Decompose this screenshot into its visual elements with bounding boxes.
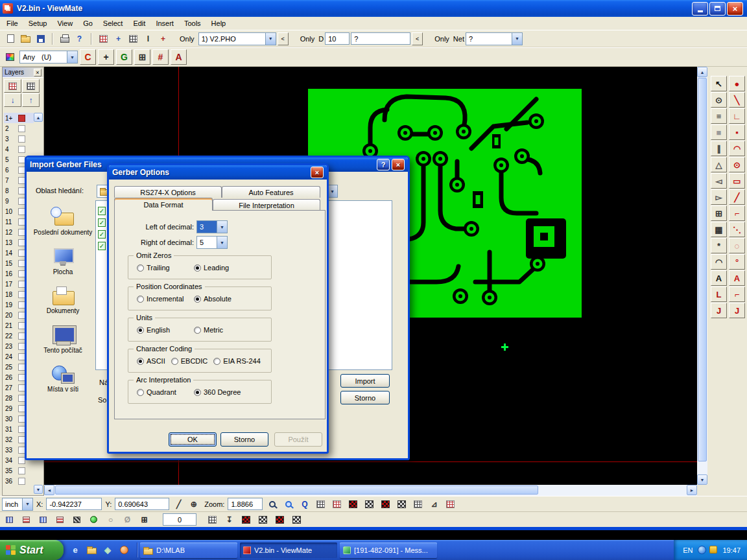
select-item-icon[interactable]: +	[111, 32, 126, 46]
prev-layer-button[interactable]: <	[278, 32, 289, 45]
import-button[interactable]: Import	[340, 374, 390, 388]
select-net-tool-icon[interactable]: ⊙	[711, 92, 727, 108]
zoom-window-icon[interactable]	[281, 497, 296, 511]
pad2-icon[interactable]	[255, 513, 270, 527]
pattern-red-icon[interactable]	[19, 513, 34, 527]
close-icon[interactable]: ×	[34, 69, 42, 76]
radio-leading[interactable]: Leading	[194, 264, 229, 272]
tab-rs274x-options[interactable]: RS274-X Options	[114, 186, 222, 198]
mirror-tool-icon[interactable]: △	[711, 157, 727, 172]
draw-rect-icon[interactable]: ▭	[729, 173, 745, 189]
radio-360-degree[interactable]: 360 Degree	[194, 388, 241, 396]
layer-down-icon[interactable]: ↓	[4, 93, 21, 107]
language-indicator[interactable]: EN	[683, 546, 693, 554]
restore-button[interactable]	[709, 2, 726, 16]
apply-button[interactable]: Použít	[274, 432, 322, 447]
slope-icon[interactable]: ╱	[171, 497, 186, 511]
layer-color-box[interactable]	[18, 115, 25, 122]
place-network[interactable]: Místa v síti	[33, 364, 93, 393]
line-tool-icon[interactable]: L	[711, 286, 727, 302]
film4-icon[interactable]	[394, 497, 409, 511]
chevron-down-icon[interactable]: ▼	[22, 498, 32, 510]
film3-icon[interactable]	[378, 497, 393, 511]
pattern-icon[interactable]	[443, 497, 458, 511]
net-combo[interactable]: ? ▼	[466, 32, 523, 45]
center-c-icon[interactable]: C	[80, 49, 96, 65]
scroll-right-icon[interactable]: ►	[687, 485, 697, 495]
pan-crosshair-icon[interactable]: +	[98, 49, 114, 65]
grid-g-icon[interactable]: G	[116, 49, 132, 65]
layer-table-icon[interactable]	[4, 79, 21, 93]
save-file-icon[interactable]	[33, 32, 48, 46]
only-dcode-toggle[interactable]: Only	[298, 35, 318, 43]
tray-app-icon[interactable]	[709, 546, 717, 554]
grid-a-icon[interactable]	[313, 497, 328, 511]
tab-auto-features[interactable]: Auto Features	[222, 186, 320, 198]
radio-ebcdic[interactable]: EBCDIC	[171, 357, 208, 365]
left-of-decimal-combo[interactable]: 3 ▼	[196, 220, 228, 233]
units-combo[interactable]: inch ▼	[2, 498, 33, 511]
menu-item[interactable]: Setup	[23, 18, 53, 29]
draw-pad-icon[interactable]: ●	[729, 76, 745, 91]
scroll-down-icon[interactable]: ▼	[697, 474, 707, 485]
flip-left-tool-icon[interactable]: ◅	[711, 173, 727, 189]
layer-colors-icon[interactable]	[22, 79, 40, 93]
place-computer[interactable]: Tento počítač	[33, 325, 93, 355]
film1-icon[interactable]	[346, 497, 361, 511]
draw-diag-icon[interactable]: ╱	[729, 189, 745, 205]
pattern-red2-icon[interactable]	[53, 513, 67, 527]
draw-square-icon[interactable]: ▪	[729, 124, 745, 140]
chevron-down-icon[interactable]: ▼	[67, 51, 77, 63]
pattern-blue2-icon[interactable]	[36, 513, 51, 527]
tray-ball-icon[interactable]	[698, 546, 706, 554]
table-icon[interactable]	[410, 497, 425, 511]
minimize-button[interactable]	[692, 2, 708, 16]
pad4-icon[interactable]	[289, 513, 304, 527]
status-light-icon[interactable]	[86, 513, 101, 527]
snap-grid-icon[interactable]: ⊞	[134, 49, 150, 65]
task-viewmate[interactable]: V2.bin - ViewMate	[240, 542, 337, 558]
pointer-tool-icon[interactable]: ↖	[711, 76, 727, 91]
text-red-icon[interactable]: A	[729, 270, 745, 286]
pattern-dark-icon[interactable]	[69, 513, 84, 527]
layer-up-icon[interactable]: ↑	[22, 93, 40, 107]
query-dcode-icon[interactable]	[126, 32, 141, 46]
radio-quadrant[interactable]: Quadrant	[137, 388, 194, 396]
aperture-filter-combo[interactable]: Any (U) ▼	[19, 51, 78, 64]
layer-color-box[interactable]	[18, 146, 25, 153]
highlight-grid-icon[interactable]: #	[152, 49, 169, 65]
menu-item[interactable]: Go	[78, 18, 98, 29]
draw-j-icon[interactable]: J	[729, 303, 745, 318]
browser-icon[interactable]	[118, 543, 130, 557]
aperture-palette-icon[interactable]	[3, 50, 18, 64]
dcode-filter-input[interactable]: ?	[351, 32, 410, 45]
radio-absolute[interactable]: Absolute	[194, 295, 231, 303]
draw-arc-icon[interactable]: ◠	[729, 141, 745, 156]
clock[interactable]: 19:47	[722, 546, 741, 554]
radio-eia-rs244[interactable]: EIA RS-244	[213, 357, 260, 365]
draw-l-icon[interactable]: ⌐	[729, 286, 745, 302]
net-probe-icon[interactable]: +	[156, 32, 171, 46]
array-tool-icon[interactable]: ⊞	[711, 205, 727, 221]
print-icon[interactable]	[57, 32, 72, 46]
radio-incremental[interactable]: Incremental	[137, 295, 194, 303]
close-button[interactable]: ×	[727, 2, 743, 16]
open-file-icon[interactable]	[18, 32, 33, 46]
fill-tool-icon[interactable]: ■	[711, 124, 727, 140]
layer-row[interactable]: 35	[4, 465, 34, 476]
scroll-down-icon[interactable]: ▼	[34, 485, 43, 494]
radio-english[interactable]: English	[137, 326, 194, 334]
layers-tool-icon[interactable]: ≡	[711, 108, 727, 124]
context-help-icon[interactable]: ?	[72, 32, 87, 46]
menu-item[interactable]: View	[52, 18, 78, 29]
draw-circle-icon[interactable]: ⊙	[729, 157, 745, 172]
chevron-down-icon[interactable]: ▼	[512, 33, 522, 45]
menu-item[interactable]: Select	[98, 18, 128, 29]
arc-tool-icon[interactable]: ◠	[711, 254, 727, 270]
menu-item[interactable]: Tools	[179, 18, 206, 29]
horizontal-scroll-thumb[interactable]	[55, 485, 538, 495]
explorer-icon[interactable]	[86, 543, 97, 557]
place-desktop[interactable]: Plocha	[33, 246, 93, 276]
tab-data-format[interactable]: Data Format	[114, 198, 213, 211]
scroll-up-icon[interactable]: ▲	[34, 113, 43, 122]
